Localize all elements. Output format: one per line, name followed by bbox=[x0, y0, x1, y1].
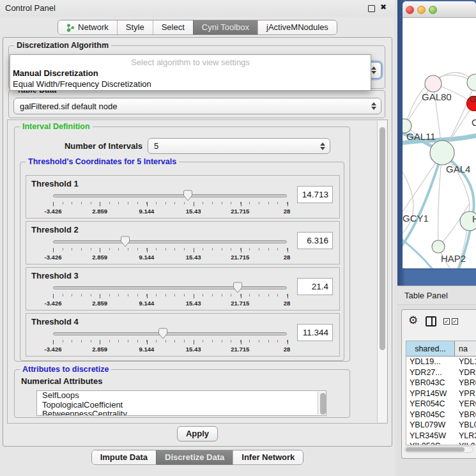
slider-ticks bbox=[53, 294, 288, 299]
node-hap2[interactable] bbox=[432, 240, 445, 253]
column-header-name[interactable]: na bbox=[455, 341, 476, 357]
slider-track[interactable] bbox=[53, 240, 287, 243]
checkbox-icon[interactable]: ✓ bbox=[452, 318, 458, 325]
table-row[interactable]: YLR345WYLR3 bbox=[406, 431, 476, 441]
threshold-label: Threshold 1 bbox=[31, 179, 79, 188]
slider-track[interactable] bbox=[53, 194, 287, 197]
slider-thumb[interactable] bbox=[183, 190, 193, 201]
cyni-toolbox-panel: Discretization Algorithm Select algorith… bbox=[3, 37, 392, 447]
popup-option-equal-width-frequency[interactable]: Equal Width/Frequency Discretization bbox=[13, 79, 151, 89]
slider-thumb[interactable] bbox=[158, 328, 168, 339]
threshold-4-slider[interactable]: -3.4262.8599.14415.4321.71528 bbox=[53, 329, 287, 356]
node-label-h: H bbox=[472, 213, 476, 224]
column-header-shared[interactable]: shared... bbox=[406, 341, 455, 357]
float-icon[interactable] bbox=[368, 5, 375, 12]
threshold-1-value-input[interactable] bbox=[297, 186, 333, 203]
slider-thumb[interactable] bbox=[233, 282, 243, 293]
list-item[interactable]: SelfLoops bbox=[37, 391, 326, 401]
node-table[interactable]: shared... na YDL19...YDL1 YDR27...YDR2 Y… bbox=[406, 341, 476, 445]
tab-label: Discretize Data bbox=[165, 450, 224, 464]
list-item[interactable]: BetweennessCentrality bbox=[37, 410, 326, 416]
slider-track[interactable] bbox=[53, 332, 287, 335]
node-label-gcy1: GCY1 bbox=[403, 213, 429, 224]
table-horizontal-scrollbar[interactable] bbox=[404, 446, 473, 453]
table-row[interactable]: YDR27...YDR2 bbox=[406, 367, 476, 378]
table-row[interactable]: YBR043CYBR0 bbox=[406, 378, 476, 388]
settings-scrollbar[interactable] bbox=[377, 121, 387, 422]
slider-scale: -3.4262.8599.14415.4321.71528 bbox=[53, 208, 287, 215]
network-icon bbox=[66, 24, 75, 32]
numerical-attributes-list[interactable]: SelfLoops TopologicalCoefficient Between… bbox=[36, 390, 326, 416]
popup-option-manual-discretization[interactable]: Manual Discretization bbox=[13, 68, 98, 78]
list-scrollbar[interactable] bbox=[318, 392, 326, 415]
node-label-gal11: GAL11 bbox=[406, 131, 436, 142]
apply-button[interactable]: Apply bbox=[177, 426, 218, 441]
node-label-c: C bbox=[472, 117, 476, 128]
table-row[interactable]: YER054CYER0 bbox=[406, 399, 476, 410]
tab-style[interactable]: Style bbox=[117, 20, 153, 35]
group-title: Threshold's Coordinates for 5 Intervals bbox=[26, 157, 179, 166]
table-panel-header: Table Panel bbox=[397, 286, 476, 305]
node-label-gal4: GAL4 bbox=[446, 164, 470, 174]
node-gal80[interactable] bbox=[425, 75, 441, 92]
slider-scale: -3.4262.8599.14415.4321.71528 bbox=[53, 254, 287, 261]
tab-jactivemnodules[interactable]: jActiveMNodules bbox=[257, 20, 337, 35]
threshold-label: Threshold 3 bbox=[31, 271, 79, 280]
tab-label: jActiveMNodules bbox=[266, 20, 328, 35]
tab-label: Cyni Toolbox bbox=[202, 20, 249, 35]
table-row[interactable]: YIL052CYIL0 bbox=[406, 441, 476, 445]
group-title: Interval Definition bbox=[20, 122, 93, 131]
tab-impute-data[interactable]: Impute Data bbox=[92, 450, 156, 464]
edge bbox=[403, 172, 413, 233]
slider-track[interactable] bbox=[53, 286, 287, 289]
group-title: Attributes to discretize bbox=[20, 365, 111, 374]
tab-label: Impute Data bbox=[100, 450, 148, 464]
tab-cyni-toolbox[interactable]: Cyni Toolbox bbox=[193, 20, 257, 35]
threshold-label: Threshold 2 bbox=[31, 225, 79, 234]
table-row[interactable]: YBL079WYBL0 bbox=[406, 420, 476, 431]
node-gal4[interactable] bbox=[430, 141, 454, 165]
attributes-group: Attributes to discretize Numerical Attri… bbox=[14, 369, 350, 418]
threshold-3-slider[interactable]: -3.4262.8599.14415.4321.71528 bbox=[53, 283, 287, 310]
number-of-intervals-combobox[interactable]: 5 bbox=[148, 138, 330, 154]
table-row[interactable]: YDL19...YDL1 bbox=[406, 357, 476, 367]
tab-infer-network[interactable]: Infer Network bbox=[233, 450, 303, 464]
table-panel-box: ⚙ ✓ ✓ shared... na YDL19...YDL1 YDR27...… bbox=[401, 309, 476, 459]
threshold-2-slider[interactable]: -3.4262.8599.14415.4321.71528 bbox=[53, 237, 287, 264]
tab-select[interactable]: Select bbox=[153, 20, 193, 35]
checkbox-icon[interactable]: ✓ bbox=[443, 318, 450, 325]
threshold-1-slider[interactable]: -3.4262.8599.14415.4321.71528 bbox=[53, 191, 287, 218]
columns-icon[interactable] bbox=[426, 316, 436, 326]
tab-network[interactable]: Network bbox=[58, 20, 117, 35]
threshold-4-value-input[interactable] bbox=[297, 324, 333, 341]
numerical-attributes-label: Numerical Attributes bbox=[21, 376, 102, 386]
close-icon[interactable]: ✖ bbox=[380, 3, 387, 12]
slider-scale: -3.4262.8599.14415.4321.71528 bbox=[53, 346, 287, 353]
maximize-traffic-icon[interactable] bbox=[429, 6, 437, 14]
threshold-3-value-input[interactable] bbox=[297, 278, 333, 295]
network-window[interactable]: GAL80 GA C GAL11 GAL4 GCY1 H HAP2 bbox=[403, 1, 476, 268]
slider-thumb[interactable] bbox=[121, 236, 130, 247]
minimize-traffic-icon[interactable] bbox=[417, 6, 426, 14]
table-row[interactable]: YBR045CYBR0 bbox=[406, 410, 476, 420]
table-data-combobox[interactable]: galFiltered.sif default node bbox=[13, 98, 381, 114]
tab-label: Network bbox=[78, 20, 109, 35]
algorithm-dropdown-popup: Select algorithm to view settings Manual… bbox=[10, 54, 371, 91]
right-panel: GAL80 GA C GAL11 GAL4 GCY1 H HAP2 Table … bbox=[397, 0, 476, 476]
threshold-2-panel: Threshold 2 -3.4262.8599.14415.4321.7152… bbox=[26, 221, 340, 265]
tab-discretize-data[interactable]: Discretize Data bbox=[156, 450, 233, 464]
combo-stepper-icon bbox=[371, 102, 376, 110]
tab-label: Infer Network bbox=[242, 450, 295, 464]
threshold-2-value-input[interactable] bbox=[297, 232, 333, 249]
close-traffic-icon[interactable] bbox=[406, 6, 414, 14]
table-header-row: shared... na bbox=[406, 341, 476, 357]
popup-hint: Select algorithm to view settings bbox=[10, 58, 371, 67]
network-desktop: GAL80 GA C GAL11 GAL4 GCY1 H HAP2 bbox=[397, 0, 476, 286]
combo-stepper-icon bbox=[371, 66, 376, 74]
gear-icon[interactable]: ⚙ bbox=[408, 314, 418, 326]
list-item[interactable]: TopologicalCoefficient bbox=[37, 401, 326, 410]
table-panel-title: Table Panel bbox=[404, 286, 448, 305]
network-canvas[interactable]: GAL80 GA C GAL11 GAL4 GCY1 H HAP2 bbox=[403, 19, 476, 268]
table-row[interactable]: YPR145WYPR1 bbox=[406, 388, 476, 399]
top-tab-bar: Network Style Select Cyni Toolbox jActiv… bbox=[0, 20, 395, 35]
